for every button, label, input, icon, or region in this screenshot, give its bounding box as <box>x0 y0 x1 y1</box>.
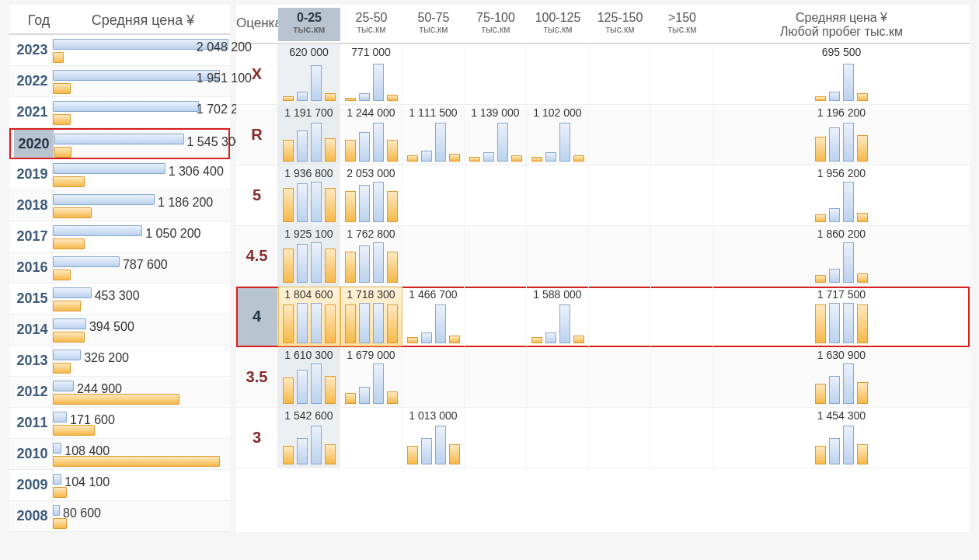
year-row-2012[interactable]: 2012244 900 <box>9 377 230 408</box>
year-row-2009[interactable]: 2009104 100 <box>9 470 230 501</box>
rating-row-5[interactable]: 51 936 8002 053 0001 956 200 <box>236 165 970 226</box>
grid-cell[interactable]: 1 139 000 <box>465 105 527 165</box>
cell-price-label: 1 718 300 <box>340 288 402 301</box>
grid-avg-cell[interactable]: 1 196 200 <box>713 105 970 165</box>
mini-bar <box>421 438 432 464</box>
mini-bar <box>297 92 308 101</box>
mini-bar <box>297 303 308 343</box>
grid-cell <box>465 287 527 346</box>
grid-avg-cell[interactable]: 695 500 <box>713 44 970 104</box>
year-row-2010[interactable]: 2010108 400 <box>9 439 230 470</box>
mileage-col-125-150[interactable]: 125-150тыс.км <box>589 8 651 41</box>
year-row-2021[interactable]: 20211 702 200 <box>9 97 230 128</box>
grid-cell[interactable]: 1 925 100 <box>278 226 340 286</box>
grid-avg-cell[interactable]: 1 860 200 <box>713 226 970 286</box>
grid-cell[interactable]: 1 679 000 <box>340 347 402 407</box>
mini-bar <box>297 370 308 404</box>
mileage-col-100-125[interactable]: 100-125тыс.км <box>527 8 589 41</box>
year-row-2022[interactable]: 20221 951 100 <box>9 66 230 97</box>
cell-price-label: 1 679 000 <box>340 349 402 361</box>
rating-row-R[interactable]: R1 191 7001 244 0001 111 5001 139 0001 1… <box>236 105 970 165</box>
price-label: 171 600 <box>70 413 115 427</box>
grid-cell[interactable]: 1 102 000 <box>527 105 589 165</box>
mini-bar <box>345 252 356 283</box>
grid-avg-cell[interactable]: 1 717 500 <box>713 287 970 346</box>
price-bar-orange <box>53 238 85 249</box>
rating-row-X[interactable]: X620 000771 000695 500 <box>236 44 970 105</box>
grid-avg-cell[interactable]: 1 956 200 <box>713 165 970 225</box>
year-row-2011[interactable]: 2011171 600 <box>9 408 230 439</box>
year-row-2016[interactable]: 2016787 600 <box>9 252 230 283</box>
year-row-2018[interactable]: 20181 186 200 <box>9 190 230 221</box>
year-row-2017[interactable]: 20171 050 200 <box>9 221 230 252</box>
mileage-col-75-100[interactable]: 75-100тыс.км <box>465 8 527 41</box>
cell-price-label: 1 191 700 <box>278 106 340 119</box>
grid-cell[interactable]: 1 762 800 <box>340 226 402 286</box>
year-panel-header: Год Средняя цена ¥ <box>9 5 230 35</box>
mini-bar-cluster: 1 139 000 <box>465 105 526 162</box>
grid-cell <box>589 226 651 286</box>
grid-cell <box>402 226 465 286</box>
grid-cell[interactable]: 1 610 300 <box>278 347 340 407</box>
mini-bar <box>857 93 868 101</box>
grid-cell <box>527 44 589 104</box>
year-label: 2018 <box>12 190 53 221</box>
mini-bar <box>359 387 370 404</box>
rating-row-3.5[interactable]: 3.51 610 3001 679 0001 630 900 <box>236 347 970 408</box>
rating-row-3[interactable]: 31 542 6001 013 0001 454 300 <box>236 408 970 468</box>
mini-bar-cluster: 1 630 900 <box>713 347 970 404</box>
year-row-2019[interactable]: 20191 306 400 <box>9 159 230 190</box>
price-label: 80 600 <box>63 506 101 520</box>
mini-bar <box>815 275 826 283</box>
grid-cell[interactable]: 1 111 500 <box>402 105 465 165</box>
mileage-col-sub: тыс.км <box>340 25 402 35</box>
mileage-col-50-75[interactable]: 50-75тыс.км <box>402 8 465 41</box>
rating-row-4.5[interactable]: 4.51 925 1001 762 8001 860 200 <box>236 226 970 287</box>
mini-bar <box>311 303 322 343</box>
year-row-2008[interactable]: 200880 600 <box>9 501 230 532</box>
year-row-2023[interactable]: 20232 048 200 <box>9 35 230 66</box>
mileage-col-sub: тыс.км <box>465 25 527 35</box>
grid-cell[interactable]: 1 718 300 <box>340 287 402 346</box>
rating-label: 4 <box>236 287 278 346</box>
grid-cell[interactable]: 1 244 000 <box>340 105 402 165</box>
mini-bar-cluster: 1 925 100 <box>278 226 340 283</box>
mileage-col-25-50[interactable]: 25-50тыс.км <box>340 8 402 41</box>
grid-cell[interactable]: 1 542 600 <box>278 408 340 468</box>
mileage-col-label: 0-25 <box>297 11 322 24</box>
grid-cell[interactable]: 2 053 000 <box>340 165 402 225</box>
grid-cell[interactable]: 1 936 800 <box>278 165 340 225</box>
year-label: 2008 <box>12 501 53 531</box>
mini-bar <box>325 444 336 464</box>
year-row-2015[interactable]: 2015453 300 <box>9 283 230 315</box>
price-label: 1 545 300 <box>187 135 242 149</box>
year-label: 2014 <box>12 315 53 345</box>
grid-cell[interactable]: 771 000 <box>340 44 402 104</box>
mileage-col-label: 125-150 <box>598 11 643 24</box>
price-label: 326 200 <box>84 351 129 365</box>
mini-bar <box>387 391 398 404</box>
cell-price-label: 695 500 <box>713 46 970 58</box>
grid-cell[interactable]: 1 191 700 <box>278 105 340 165</box>
grid-cell[interactable]: 620 000 <box>278 44 340 104</box>
grid-cell <box>589 347 651 407</box>
mini-bar <box>857 135 868 162</box>
grid-cell[interactable]: 1 804 600 <box>278 287 340 346</box>
cell-price-label: 1 013 000 <box>402 409 464 422</box>
grid-cell[interactable]: 1 466 700 <box>402 287 465 346</box>
price-bar-blue <box>53 163 165 174</box>
grid-avg-cell[interactable]: 1 630 900 <box>713 347 970 407</box>
year-row-2014[interactable]: 2014394 500 <box>9 315 230 346</box>
year-row-2020[interactable]: 20201 545 300 <box>9 128 230 159</box>
mini-bar <box>283 446 294 464</box>
mileage-col-0-25[interactable]: 0-25тыс.км <box>278 8 340 41</box>
mileage-col->150[interactable]: >150тыс.км <box>651 8 713 41</box>
grid-avg-cell[interactable]: 1 454 300 <box>713 408 970 468</box>
mini-bar <box>345 304 356 343</box>
grid-cell[interactable]: 1 588 000 <box>527 287 589 346</box>
year-row-2013[interactable]: 2013326 200 <box>9 346 230 377</box>
rating-label: X <box>236 44 278 104</box>
grid-cell[interactable]: 1 013 000 <box>402 408 465 468</box>
rating-row-4[interactable]: 41 804 6001 718 3001 466 7001 588 0001 7… <box>236 287 970 347</box>
header-rating: Оценка <box>236 8 278 41</box>
